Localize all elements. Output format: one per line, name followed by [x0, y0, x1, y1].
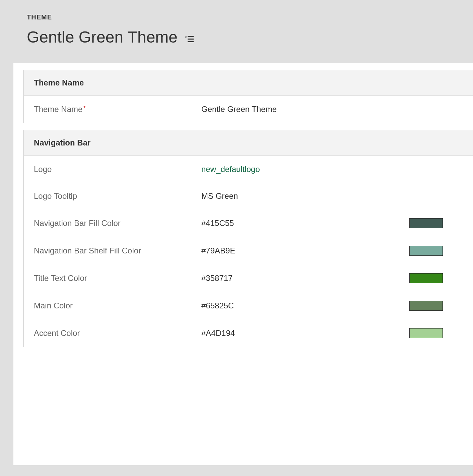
field-nav-fill-color-value[interactable]: #415C55	[201, 219, 309, 228]
section-theme-name-header: Theme Name	[24, 70, 473, 96]
field-nav-fill-color-label: Navigation Bar Fill Color	[34, 219, 201, 228]
field-nav-shelf-fill-color-value[interactable]: #79AB9E	[201, 246, 309, 255]
entity-type-label: THEME	[27, 13, 473, 21]
field-theme-name-label: Theme Name*	[34, 105, 201, 114]
section-navigation-bar-header: Navigation Bar	[24, 130, 473, 156]
field-title-text-color[interactable]: Title Text Color #358717	[24, 264, 473, 292]
page-header: THEME Gentle Green Theme	[0, 0, 473, 63]
svg-rect-3	[188, 41, 194, 42]
svg-marker-0	[185, 37, 187, 38]
field-logo-tooltip-label: Logo Tooltip	[34, 191, 201, 201]
field-accent-color[interactable]: Accent Color #A4D194	[24, 319, 473, 347]
swatch-nav-fill-color[interactable]	[409, 218, 443, 228]
field-accent-color-value[interactable]: #A4D194	[201, 329, 309, 338]
field-accent-color-label: Accent Color	[34, 329, 201, 338]
section-theme-name: Theme Name Theme Name* Gentle Green Them…	[23, 70, 473, 123]
field-logo-label: Logo	[34, 165, 201, 174]
field-main-color[interactable]: Main Color #65825C	[24, 292, 473, 319]
required-asterisk-icon: *	[83, 105, 86, 112]
field-theme-name-value[interactable]: Gentle Green Theme	[201, 105, 309, 114]
field-nav-fill-color[interactable]: Navigation Bar Fill Color #415C55	[24, 210, 473, 237]
field-title-text-color-value[interactable]: #358717	[201, 274, 309, 283]
field-logo-value[interactable]: new_defaultlogo	[201, 165, 309, 174]
field-logo-tooltip-value[interactable]: MS Green	[201, 191, 309, 201]
section-navigation-bar: Navigation Bar Logo new_defaultlogo Logo…	[23, 130, 473, 347]
swatch-title-text-color[interactable]	[409, 273, 443, 283]
field-nav-shelf-fill-color[interactable]: Navigation Bar Shelf Fill Color #79AB9E	[24, 237, 473, 264]
swatch-accent-color[interactable]	[409, 328, 443, 338]
field-title-text-color-label: Title Text Color	[34, 274, 201, 283]
svg-rect-2	[188, 39, 194, 40]
page-title: Gentle Green Theme	[27, 28, 178, 46]
field-nav-shelf-fill-color-label: Navigation Bar Shelf Fill Color	[34, 246, 201, 255]
swatch-main-color[interactable]	[409, 301, 443, 311]
field-theme-name[interactable]: Theme Name* Gentle Green Theme	[24, 96, 473, 123]
field-logo-tooltip[interactable]: Logo Tooltip MS Green	[24, 183, 473, 210]
swatch-nav-shelf-fill-color[interactable]	[409, 246, 443, 256]
content-card: Theme Name Theme Name* Gentle Green Them…	[13, 63, 473, 465]
field-logo[interactable]: Logo new_defaultlogo	[24, 156, 473, 183]
record-menu-icon[interactable]	[184, 35, 194, 43]
field-main-color-label: Main Color	[34, 301, 201, 310]
svg-rect-1	[188, 36, 194, 37]
field-main-color-value[interactable]: #65825C	[201, 301, 309, 310]
